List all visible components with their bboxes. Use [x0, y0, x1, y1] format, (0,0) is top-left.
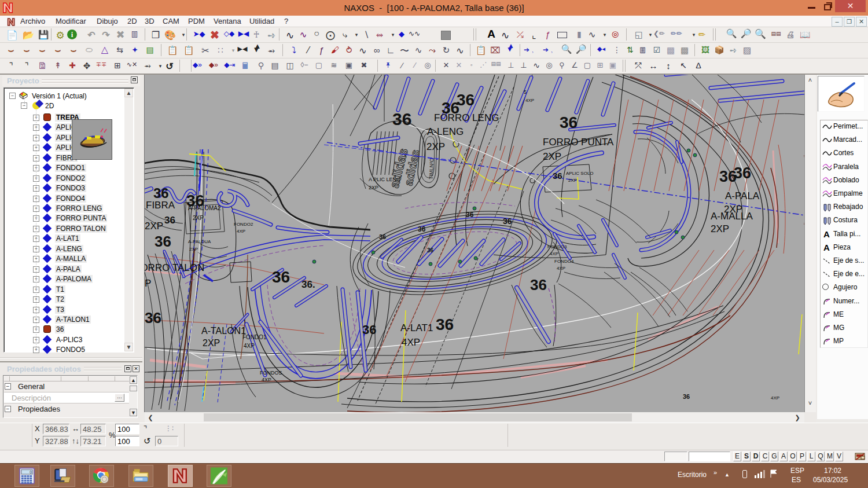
svg-text:2XP: 2XP — [711, 223, 729, 234]
svg-text:FONDO2: FONDO2 — [234, 222, 253, 227]
svg-text:FONDO3: FONDO3 — [547, 244, 567, 249]
svg-text:4XP: 4XP — [771, 395, 779, 401]
svg-text:36: 36 — [553, 171, 562, 181]
svg-text:2XP: 2XP — [193, 215, 204, 221]
svg-text:36: 36 — [683, 393, 690, 400]
svg-text:FORRO TALON: FORRO TALON — [145, 262, 204, 273]
svg-text:A-PALDUA: A-PALDUA — [188, 239, 211, 244]
svg-text:36: 36 — [379, 233, 386, 240]
svg-text:36: 36 — [436, 315, 454, 333]
svg-text:A-LENG: A-LENG — [427, 126, 464, 137]
svg-text:FONDO4: FONDO4 — [554, 259, 574, 264]
svg-text:4XP: 4XP — [525, 98, 534, 103]
svg-text:A-MALLA: A-MALLA — [711, 211, 753, 222]
svg-text:A PLIC LENG: A PLIC LENG — [369, 177, 400, 182]
svg-text:2XP: 2XP — [426, 141, 445, 152]
svg-text:36: 36 — [427, 247, 434, 254]
svg-text:36: 36 — [466, 211, 474, 219]
svg-text:36: 36 — [734, 164, 751, 182]
svg-text:4XP: 4XP — [237, 229, 245, 234]
svg-text:36: 36 — [418, 225, 426, 233]
svg-text:P: P — [145, 278, 151, 289]
svg-text:36: 36 — [362, 322, 376, 337]
svg-text:2XP: 2XP — [203, 338, 220, 348]
svg-text:36: 36 — [153, 185, 169, 201]
svg-text:36: 36 — [560, 113, 578, 131]
svg-text:FIBRA: FIBRA — [146, 200, 175, 211]
svg-text:4XP: 4XP — [402, 337, 420, 348]
svg-text:2XP: 2XP — [145, 221, 163, 232]
svg-text:FORRO LENG: FORRO LENG — [434, 112, 499, 123]
svg-text:0: 0 — [30, 470, 32, 474]
svg-text:A-PALA: A-PALA — [725, 190, 760, 201]
svg-text:FONDOS: FONDOS — [260, 370, 282, 376]
svg-text:5: 5 — [524, 89, 527, 95]
svg-text:FORRO PUNTA: FORRO PUNTA — [543, 137, 614, 148]
svg-text:FONDO1: FONDO1 — [242, 334, 267, 340]
svg-text:2XP: 2XP — [369, 185, 378, 190]
svg-text:A-TALON1: A-TALON1 — [201, 326, 246, 336]
svg-text:A-PALOMA2: A-PALOMA2 — [188, 205, 221, 211]
svg-text:36: 36 — [503, 217, 512, 226]
svg-text:2XP: 2XP — [568, 178, 577, 183]
svg-text:2XP: 2XP — [189, 247, 198, 252]
svg-text:36: 36 — [457, 91, 475, 109]
svg-text:36: 36 — [392, 109, 411, 129]
svg-text:36: 36 — [272, 268, 290, 286]
svg-text:4XP: 4XP — [550, 251, 558, 256]
svg-text:2XP: 2XP — [543, 151, 561, 162]
svg-text:4XP: 4XP — [557, 266, 565, 271]
svg-text:TIMLN²O: TIMLN²O — [428, 158, 435, 179]
svg-text:APLIC SOLO: APLIC SOLO — [566, 171, 594, 176]
svg-text:36.: 36. — [301, 279, 315, 290]
svg-text:4XP: 4XP — [262, 377, 271, 383]
svg-text:36: 36 — [145, 309, 161, 326]
svg-text:A-LAT1: A-LAT1 — [400, 322, 433, 333]
svg-text:36: 36 — [155, 233, 171, 250]
svg-text:4XP: 4XP — [244, 343, 255, 349]
svg-text:36: 36 — [164, 215, 175, 226]
svg-text:36: 36 — [530, 276, 547, 293]
